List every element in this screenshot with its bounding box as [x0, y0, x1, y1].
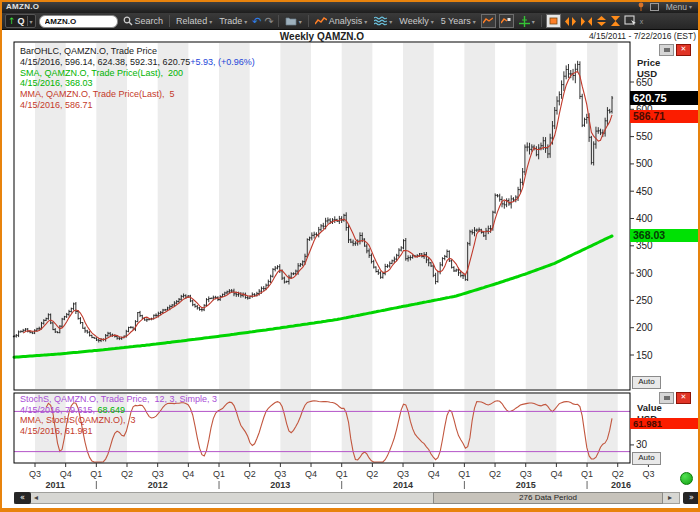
expand-vertical-icon[interactable] — [596, 15, 607, 27]
toolbar: ↑ Q ▾ Search Related ▾ Trade ▾ ↶ ↷ — [0, 13, 700, 30]
value-axis-auto-button[interactable]: Auto — [632, 452, 661, 465]
scroll-to-end-icon[interactable]: » — [683, 492, 700, 504]
redo-icon[interactable]: ↷ — [265, 15, 274, 28]
search-label: Search — [135, 16, 164, 26]
chevron-down-icon: ▾ — [689, 3, 692, 10]
restore-window-icon[interactable] — [650, 3, 659, 11]
open-layout-button[interactable]: ▾ — [283, 16, 304, 26]
chart-application-window: AMZN.O Menu ▾ ↑ Q ▾ Search — [0, 0, 700, 512]
legend-line: 4/15/2016, 79.615, 68.649 — [20, 405, 217, 416]
frequency-label: Weekly — [399, 16, 428, 26]
axis-badge: 61.981 — [630, 418, 698, 429]
price-axis-currency: USD — [637, 68, 657, 79]
range-label: 5 Years — [441, 16, 471, 26]
frequency-dropdown[interactable]: Weekly ▾ — [397, 16, 435, 26]
orange-panel-icon — [549, 17, 558, 25]
waves-dropdown[interactable]: ▾ — [372, 16, 394, 26]
minimize-panel-icon[interactable] — [659, 44, 674, 56]
close-panel-icon[interactable]: ✕ — [676, 44, 691, 56]
chart-type-button[interactable] — [481, 14, 496, 28]
analysis-label: Analysis — [329, 16, 363, 26]
symbol-nav-group[interactable]: ↑ Q ▾ — [5, 14, 36, 28]
stoch-panel-legend: StochS, QAMZN.O, Trade Price, 12, 3, Sim… — [20, 394, 217, 436]
details-panel-button[interactable] — [546, 14, 561, 28]
selection-box-icon[interactable] — [624, 15, 637, 27]
waves-icon — [374, 16, 387, 26]
legend-line: MMA, StochS(QAMZN.O), 3 — [20, 415, 217, 426]
legend-line: 4/15/2016, 586.71 — [20, 100, 255, 111]
pin-icon[interactable] — [637, 2, 645, 11]
time-scrollbar: « ◂ 276 Data Period ▸ » — [3, 491, 697, 505]
window-title: AMZN.O — [6, 2, 39, 11]
chevron-down-icon: ▾ — [389, 18, 392, 25]
legend-line: 4/15/2016, 368.03 — [20, 78, 255, 89]
legend-line: 4/15/2016, 61.981 — [20, 426, 217, 437]
search-icon — [123, 16, 133, 26]
chevron-down-icon: ▾ — [299, 18, 302, 25]
scroll-right-icon[interactable]: ▸ — [668, 492, 672, 504]
chevron-down-icon[interactable]: ▾ — [30, 18, 33, 25]
legend-line: StochS, QAMZN.O, Trade Price, 12, 3, Sim… — [20, 394, 217, 405]
chevron-down-icon: ▾ — [431, 18, 434, 25]
legend-line: SMA, QAMZN.O, Trade Price(Last), 200 — [20, 68, 255, 79]
analysis-chart-icon — [315, 17, 327, 26]
legend-line: MMA, QAMZN.O, Trade Price(Last), 5 — [20, 89, 255, 100]
related-label: Related — [176, 16, 207, 26]
stream-status-icon — [680, 472, 693, 485]
axis-badge: 586.71 — [630, 110, 698, 123]
green-axes-icon — [519, 16, 530, 27]
folder-icon — [285, 16, 297, 26]
chart-date-range: 4/15/2011 - 7/22/2016 (EST) — [589, 31, 696, 41]
menu-button[interactable]: Menu ▾ — [664, 2, 694, 12]
titlebar: AMZN.O Menu ▾ — [0, 0, 700, 13]
chevron-down-icon: ▾ — [364, 18, 367, 25]
legend-line: 4/15/2016, 596.14, 624.38, 592.31, 620.7… — [20, 57, 255, 68]
chevron-down-icon: ▾ — [532, 18, 535, 25]
chart-edit-button[interactable] — [499, 14, 514, 28]
expand-horizontal-icon[interactable] — [564, 16, 577, 27]
scroll-left-icon[interactable]: ◂ — [34, 492, 38, 504]
axis-settings-dropdown[interactable]: ▾ — [517, 16, 537, 27]
trade-label: Trade — [219, 16, 242, 26]
trade-dropdown[interactable]: Trade ▾ — [217, 16, 249, 26]
scrollbar-thumb[interactable]: 276 Data Period — [433, 492, 663, 504]
price-axis-auto-button[interactable]: Auto — [632, 376, 661, 389]
price-panel-legend: BarOHLC, QAMZN.O, Trade Price4/15/2016, … — [20, 46, 255, 111]
undo-icon[interactable]: ↶ — [252, 15, 261, 28]
price-axis-label: Price — [637, 57, 660, 68]
axis-badge: 368.03 — [630, 229, 698, 242]
stoch-panel-buttons: ✕ — [659, 392, 691, 404]
minimize-panel-icon[interactable] — [659, 392, 674, 404]
scroll-to-start-icon[interactable]: « — [14, 492, 31, 504]
line-chart-icon — [483, 17, 493, 25]
chart-title: Weekly QAMZN.O — [0, 31, 644, 42]
analysis-dropdown[interactable]: Analysis ▾ — [313, 16, 370, 26]
axis-badge: 620.75 — [630, 91, 698, 105]
symbol-input[interactable] — [39, 15, 118, 28]
chart-pencil-icon — [501, 17, 511, 25]
related-dropdown[interactable]: Related ▾ — [174, 16, 214, 26]
legend-line: BarOHLC, QAMZN.O, Trade Price — [20, 46, 255, 57]
hourglass-icon[interactable] — [610, 15, 621, 27]
close-panel-icon[interactable]: ✕ — [676, 392, 691, 404]
chevron-down-icon: ▾ — [473, 18, 476, 25]
range-dropdown[interactable]: 5 Years ▾ — [439, 16, 478, 26]
chevron-down-icon: ▾ — [209, 18, 212, 25]
search-button[interactable]: Search — [121, 16, 166, 26]
menu-label: Menu — [666, 2, 687, 12]
collapse-horizontal-icon[interactable] — [580, 16, 593, 27]
arrow-up-icon[interactable]: ↑ — [8, 16, 16, 26]
chevron-down-icon: ▾ — [244, 18, 247, 25]
price-panel-buttons: ✕ — [659, 44, 691, 56]
quote-type-label: Q — [18, 16, 25, 26]
overflow-icon[interactable]: x — [640, 18, 644, 25]
